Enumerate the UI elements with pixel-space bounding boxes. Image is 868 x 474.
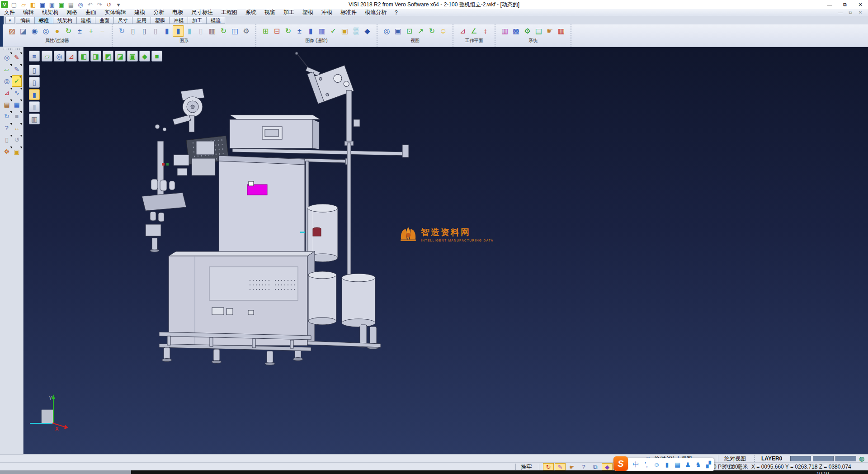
ime-tools-icon[interactable]: ▞ <box>703 459 714 470</box>
ime-style-icon[interactable]: ♞ <box>693 459 703 470</box>
view-left-icon[interactable]: ▣ <box>127 51 138 62</box>
explode-view-icon[interactable]: ⧉ <box>590 463 601 470</box>
triad-icon[interactable]: ⊿ <box>66 51 77 62</box>
menu-item[interactable]: 视窗 <box>260 9 279 16</box>
shade-cube-icon[interactable]: ■ <box>12 110 22 122</box>
toolbar-tab[interactable]: 冲模 <box>170 17 188 24</box>
print-icon[interactable]: ▤ <box>66 0 75 9</box>
viewport-3d[interactable]: Y X ≡ ▱◎⊿◧◨◩◪▣◆■ ▯▯▮▮▥ 智造资料网 INTELLIGENT… <box>24 47 868 454</box>
refresh-visibility-icon[interactable]: ↻ <box>63 25 74 37</box>
navigation-helm-icon[interactable]: ☸ <box>2 146 12 157</box>
ime-person-icon[interactable]: ♟ <box>683 459 693 470</box>
workplane-align-icon[interactable]: ∠ <box>468 25 480 37</box>
open-file-icon[interactable]: ▱ <box>19 0 28 9</box>
measure-icon[interactable]: ↔ <box>12 122 22 134</box>
system-settings-icon[interactable]: ⚙ <box>522 25 533 37</box>
wire-display-icon[interactable]: ▯ <box>29 65 40 76</box>
save-icon[interactable]: ▣ <box>38 0 47 9</box>
regen-solids-icon[interactable]: ↻ <box>218 25 229 37</box>
menu-item[interactable]: 曲面 <box>81 9 100 16</box>
annotate-solid-icon[interactable]: ▣ <box>339 25 350 37</box>
toolbar-dropdown-button[interactable]: ▼ <box>5 17 14 24</box>
ime-mic-icon[interactable]: ▮ <box>662 459 672 470</box>
pick-box-icon[interactable]: ☛ <box>566 463 577 470</box>
show-entities-icon[interactable]: ◉ <box>29 25 40 37</box>
insert-file-icon[interactable]: ◧ <box>28 0 38 9</box>
zoom-dynamic-icon[interactable]: ◎ <box>2 75 12 87</box>
ime-keyboard-icon[interactable]: ▦ <box>672 459 683 470</box>
toolbar-tab[interactable]: 加工 <box>188 17 207 24</box>
view-bottom-icon[interactable]: ◨ <box>90 51 101 62</box>
undo-soft-icon[interactable]: ↺ <box>12 134 22 146</box>
color-table-icon[interactable]: ▩ <box>510 25 522 37</box>
parameters-table-icon[interactable]: ▤ <box>533 25 544 37</box>
trash-icon[interactable]: ▯ <box>2 134 12 146</box>
zoom-1-1-icon[interactable]: ⊡ <box>404 25 415 37</box>
solid-cube-icon[interactable]: ◆ <box>362 25 373 37</box>
toolbar-tab[interactable]: 应用 <box>132 17 151 24</box>
visibility-add-icon[interactable]: + <box>85 25 97 37</box>
menu-item[interactable]: ? <box>391 9 402 16</box>
mesh-display-icon[interactable]: ▥ <box>29 114 40 124</box>
position-solids-icon[interactable]: ⊞ <box>260 25 271 37</box>
menu-item[interactable]: 工程图 <box>217 9 241 16</box>
new-file-icon[interactable]: ▢ <box>9 0 19 9</box>
ghost-display-icon[interactable]: ▮ <box>29 101 40 112</box>
restore-button[interactable]: ⧉ <box>837 0 853 9</box>
toolbar-tab[interactable]: 塑膜 <box>151 17 170 24</box>
menu-item[interactable]: 标准件 <box>336 9 361 16</box>
menu-item[interactable]: 实体编辑 <box>100 9 130 16</box>
toolbar-tab[interactable]: 线架构 <box>53 17 77 24</box>
snap-settings-icon[interactable]: ☛ <box>544 25 556 37</box>
refresh-icon[interactable]: ↻ <box>2 110 12 122</box>
cad-model[interactable]: Y X <box>24 47 868 454</box>
flat-view-icon[interactable]: ▯ <box>195 25 207 37</box>
doc-close-button[interactable]: ✕ <box>855 9 865 16</box>
menu-item[interactable]: 建模 <box>130 9 149 16</box>
modify-attributes-icon[interactable]: ▨ <box>6 25 18 37</box>
menu-item[interactable]: 模流分析 <box>361 9 391 16</box>
hide-entities-icon[interactable]: ◎ <box>40 25 52 37</box>
doc-restore-button[interactable]: ⧉ <box>845 9 855 16</box>
ime-lang-icon[interactable]: 中 <box>631 459 641 470</box>
history-icon[interactable]: ↺ <box>104 0 113 9</box>
menu-item[interactable]: 网格 <box>62 9 81 16</box>
sketch-edit-icon[interactable]: ✎ <box>12 63 22 75</box>
toolbar-tab[interactable]: 尺寸 <box>114 17 132 24</box>
ime-punct-icon[interactable]: ’, <box>641 459 651 470</box>
window-grid-icon[interactable]: ▦ <box>12 99 22 110</box>
ime-emoji-icon[interactable]: ☺ <box>651 459 662 470</box>
validate-solid-icon[interactable]: ✓ <box>328 25 339 37</box>
view-right-icon[interactable]: ◆ <box>139 51 150 62</box>
quick-access-dropdown[interactable]: ▾ <box>114 0 123 9</box>
help-icon[interactable]: ? <box>2 122 12 134</box>
solid-cylinder-icon[interactable]: ▮ <box>305 25 316 37</box>
fit-window-icon[interactable]: ▱ <box>42 51 52 62</box>
sketch-erase-icon[interactable]: ✎ <box>12 52 22 63</box>
mesh-cylinder-icon[interactable]: ▒ <box>350 25 362 37</box>
wireframe-view-icon[interactable]: ▯ <box>127 25 139 37</box>
globe-icon[interactable]: ◍ <box>859 455 864 463</box>
menu-item[interactable]: 系统 <box>241 9 260 16</box>
ucs-axes-icon[interactable]: ⊿ <box>2 87 12 99</box>
selection-filter-icon[interactable]: ● <box>52 25 63 37</box>
view-iso-icon[interactable]: ■ <box>151 51 162 62</box>
translucent-view-icon[interactable]: ▮ <box>184 25 195 37</box>
sync-lock-icon[interactable]: ↻ <box>543 463 554 470</box>
context-help-icon[interactable]: ? <box>578 463 589 470</box>
export-icon[interactable]: ▣ <box>57 0 66 9</box>
menu-item[interactable]: 塑模 <box>298 9 317 16</box>
menu-item[interactable]: 编辑 <box>19 9 38 16</box>
viewport-menu-icon[interactable]: ≡ <box>29 51 40 62</box>
app-logo[interactable]: V <box>1 1 8 8</box>
render-settings-icon[interactable]: ⚙ <box>241 25 252 37</box>
redraw-icon[interactable]: ↻ <box>116 25 127 37</box>
shaded-display-icon[interactable]: ▮ <box>29 89 40 100</box>
toolbar-tab[interactable]: 建模 <box>77 17 95 24</box>
menu-item[interactable]: 线架构 <box>38 9 62 16</box>
toolbar-tab[interactable]: 曲面 <box>95 17 114 24</box>
undo-icon[interactable]: ↶ <box>85 0 94 9</box>
close-button[interactable]: ✕ <box>853 0 868 9</box>
spline-icon[interactable]: ∿ <box>12 87 22 99</box>
layer-colors-icon[interactable]: ▦ <box>499 25 510 37</box>
